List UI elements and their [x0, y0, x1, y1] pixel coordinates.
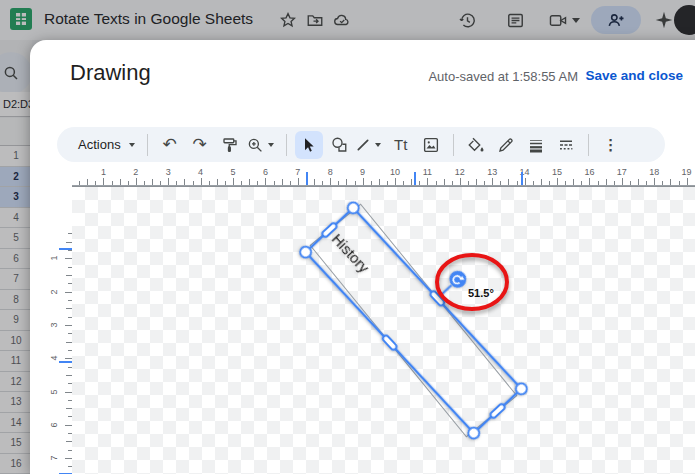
drawing-dialog: Drawing Auto-saved at 1:58:55 AM Save an… [30, 40, 695, 474]
border-color-pencil-icon [497, 136, 515, 154]
vruler-number: 2 [48, 289, 58, 294]
border-weight-icon [527, 136, 545, 154]
shape-tool-button[interactable] [325, 131, 353, 159]
autosave-status: Auto-saved at 1:58:55 AM [428, 69, 578, 84]
image-icon [422, 136, 440, 154]
more-options-button[interactable]: ⋮ [597, 131, 625, 159]
hruler-number: 16 [584, 167, 594, 177]
hruler-number: 1 [101, 167, 106, 177]
vruler-number: 1 [48, 256, 58, 261]
hruler-number: 8 [328, 167, 333, 177]
toolbar-divider [453, 134, 454, 156]
redo-icon: ↷ [193, 136, 207, 153]
toolbar-divider [588, 134, 589, 156]
vruler-number: 6 [48, 422, 58, 427]
fill-color-icon [467, 136, 485, 154]
selection-extent-marker [59, 361, 72, 363]
hruler-number: 6 [263, 167, 268, 177]
zoom-button[interactable] [246, 131, 278, 159]
hruler-number: 19 [682, 167, 692, 177]
select-tool-button[interactable] [295, 131, 323, 159]
hruler-number: 12 [455, 167, 465, 177]
vertical-ruler: 123456789 [34, 186, 72, 474]
selection-extent-marker [59, 248, 72, 250]
more-options-icon: ⋮ [603, 136, 618, 154]
vruler-number: 4 [48, 356, 58, 361]
screen: Rotate Texts in Google Sheets [0, 0, 695, 474]
fill-color-button[interactable] [462, 131, 490, 159]
undo-button[interactable]: ↶ [156, 131, 184, 159]
drawing-toolbar: Actions ↶ ↷ [57, 127, 665, 162]
selection-extent-marker [521, 172, 523, 185]
vruler-number: 3 [48, 322, 58, 327]
line-icon [355, 137, 371, 153]
line-caret-icon [375, 143, 381, 147]
redo-button[interactable]: ↷ [186, 131, 214, 159]
shape-icon [330, 136, 348, 154]
text-tool-label: Tt [394, 136, 407, 153]
select-arrow-icon [301, 137, 317, 153]
zoom-caret-icon [268, 143, 274, 147]
hruler-number: 18 [649, 167, 659, 177]
insert-image-button[interactable] [417, 131, 445, 159]
selection-extent-marker [306, 172, 308, 185]
hruler-number: 7 [295, 167, 300, 177]
selection-extent-marker [414, 172, 416, 185]
hruler-number: 11 [423, 167, 432, 177]
drawing-canvas[interactable] [72, 186, 695, 474]
hruler-number: 13 [487, 167, 497, 177]
undo-icon: ↶ [163, 136, 177, 153]
border-color-button[interactable] [492, 131, 520, 159]
border-dash-button[interactable] [552, 131, 580, 159]
toolbar-divider [286, 134, 287, 156]
hruler-number: 4 [198, 167, 203, 177]
paint-roller-icon [221, 136, 239, 154]
toolbar-divider [147, 134, 148, 156]
paint-format-button[interactable] [216, 131, 244, 159]
hruler-number: 9 [360, 167, 365, 177]
text-box-button[interactable]: Tt [387, 131, 415, 159]
actions-menu[interactable]: Actions [68, 131, 139, 159]
save-and-close-button[interactable]: Save and close [585, 68, 683, 83]
vruler-number: 7 [48, 456, 58, 461]
dialog-title: Drawing [70, 60, 151, 86]
hruler-number: 15 [552, 167, 562, 177]
horizontal-ruler: 12345678910111213141516171819 [72, 167, 695, 186]
border-dash-icon [557, 136, 575, 154]
hruler-number: 3 [166, 167, 171, 177]
actions-caret-icon [129, 143, 135, 147]
hruler-number: 2 [133, 167, 138, 177]
border-weight-button[interactable] [522, 131, 550, 159]
actions-label: Actions [68, 137, 125, 152]
hruler-number: 5 [230, 167, 235, 177]
hruler-number: 10 [390, 167, 400, 177]
vruler-number: 5 [48, 389, 58, 394]
zoom-icon [246, 136, 264, 154]
hruler-number: 17 [617, 167, 627, 177]
line-tool-button[interactable] [355, 131, 385, 159]
